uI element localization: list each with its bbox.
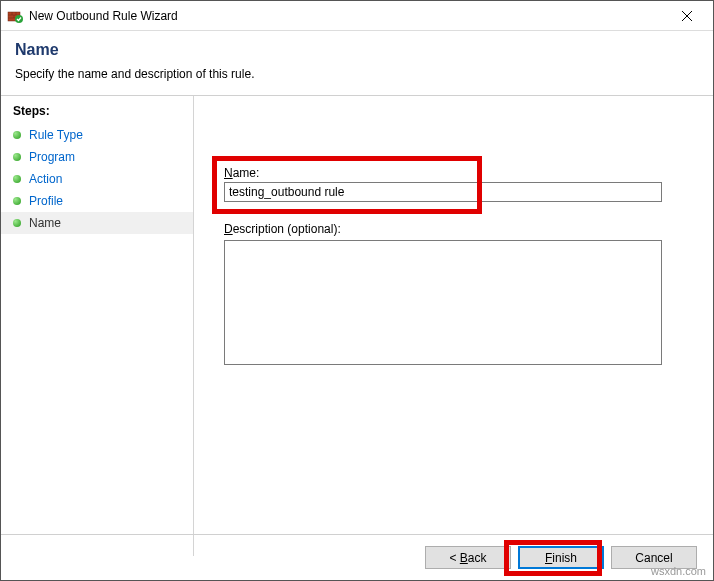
step-bullet-icon [13, 219, 21, 227]
description-field-block: Description (optional): [224, 222, 683, 368]
step-label: Profile [29, 194, 63, 208]
watermark: wsxdn.com [651, 565, 706, 577]
name-field-block: Name: [224, 166, 683, 202]
wizard-header: Name Specify the name and description of… [1, 31, 713, 96]
step-label: Rule Type [29, 128, 83, 142]
wizard-window: New Outbound Rule Wizard Name Specify th… [0, 0, 714, 581]
firewall-icon [7, 8, 23, 24]
step-action[interactable]: Action [1, 168, 193, 190]
step-rule-type[interactable]: Rule Type [1, 124, 193, 146]
step-bullet-icon [13, 197, 21, 205]
name-input[interactable] [224, 182, 662, 202]
back-button[interactable]: < Back [425, 546, 511, 569]
description-input[interactable] [224, 240, 662, 365]
step-label: Name [29, 216, 61, 230]
step-bullet-icon [13, 153, 21, 161]
step-bullet-icon [13, 131, 21, 139]
step-program[interactable]: Program [1, 146, 193, 168]
step-label: Action [29, 172, 62, 186]
steps-panel: Steps: Rule Type Program Action Profile … [1, 96, 194, 556]
steps-header: Steps: [1, 104, 193, 124]
divider [1, 534, 713, 535]
close-icon [682, 11, 692, 21]
step-bullet-icon [13, 175, 21, 183]
window-title: New Outbound Rule Wizard [29, 9, 667, 23]
step-name[interactable]: Name [1, 212, 193, 234]
step-label: Program [29, 150, 75, 164]
finish-button[interactable]: Finish [518, 546, 604, 569]
content-panel: Name: Description (optional): [194, 96, 713, 556]
wizard-body: Steps: Rule Type Program Action Profile … [1, 96, 713, 556]
description-label: Description (optional): [224, 222, 683, 236]
name-label: Name: [224, 166, 683, 180]
titlebar: New Outbound Rule Wizard [1, 1, 713, 31]
close-button[interactable] [667, 2, 707, 30]
page-subtitle: Specify the name and description of this… [15, 67, 699, 81]
page-title: Name [15, 41, 699, 59]
step-profile[interactable]: Profile [1, 190, 193, 212]
